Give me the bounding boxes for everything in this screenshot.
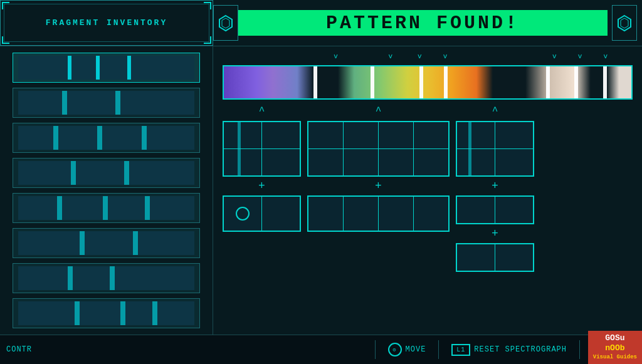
spectrum-corner-tr [626, 65, 633, 71]
bottom-bar: CONTR ⊙ MOVE L1 RESET SPECTROGRAPH ⊗ PLA… [0, 335, 642, 364]
frag-stripe [80, 231, 85, 255]
puzzle-grid-3-top[interactable] [456, 121, 534, 177]
puzzle-cell[interactable] [379, 197, 413, 231]
puzzle-grid-3-bottom[interactable] [456, 243, 534, 272]
fragment-inventory-header: FRAGMENT INVENTORY [0, 0, 213, 46]
plus-between-4: + [456, 228, 534, 239]
puzzle-cell[interactable] [457, 149, 495, 175]
frag-stripe [127, 56, 131, 80]
v-marker-7: v [603, 53, 608, 60]
fragment-item[interactable] [13, 88, 200, 118]
spectrum-gradient [224, 66, 631, 98]
v-marker-4: v [443, 53, 448, 60]
puzzle-cell[interactable] [344, 122, 378, 148]
puzzle-cell[interactable] [495, 149, 533, 175]
cell-circle [236, 207, 250, 221]
puzzle-cell[interactable] [457, 244, 495, 271]
puzzle-grid-1-bottom[interactable] [223, 195, 301, 232]
puzzle-cell[interactable] [379, 149, 413, 175]
spectrograph-container: v v v v v v v [223, 53, 633, 100]
puzzle-cell[interactable] [224, 149, 261, 175]
segment-1-label: ^ [223, 106, 301, 117]
frag-stripe [120, 301, 125, 325]
puzzle-cell[interactable] [224, 122, 261, 148]
puzzle-cell[interactable] [495, 122, 533, 148]
pattern-found-title: PATTERN FOUND! [326, 13, 519, 34]
reset-hint: L1 RESET SPECTROGRAPH [451, 344, 567, 356]
plus-between-3: + [456, 180, 534, 192]
fragment-item[interactable] [13, 228, 200, 258]
frag-stripe [53, 126, 58, 150]
puzzle-cell[interactable] [457, 122, 495, 148]
puzzle-cell[interactable] [308, 122, 343, 148]
fragment-item[interactable] [13, 263, 200, 293]
puzzle-cell[interactable] [262, 197, 300, 231]
hex-right-container [612, 5, 637, 41]
fragment-bar-5 [18, 196, 194, 220]
hex-right-icon [616, 14, 633, 32]
spectrum-corner-bl [223, 93, 229, 100]
spectrum-line-7 [603, 66, 607, 98]
cell-stripe [468, 122, 471, 148]
move-button-icon[interactable]: ⊙ [388, 343, 402, 356]
v-marker-2: v [389, 53, 393, 60]
fragment-item[interactable] [13, 158, 200, 188]
puzzle-cell[interactable] [379, 122, 413, 148]
puzzle-cell[interactable] [262, 122, 300, 148]
frag-stripe [75, 301, 80, 325]
spectrum-line-1 [313, 66, 317, 98]
fragment-item[interactable] [13, 193, 200, 223]
frag-stripe [145, 196, 150, 220]
cell-stripe [468, 149, 471, 175]
fragment-bar-6 [18, 231, 194, 255]
puzzle-cell[interactable] [308, 149, 343, 175]
puzzle-segment-2: ^ + [307, 106, 450, 232]
fragment-bar-3 [18, 126, 194, 150]
puzzle-cell[interactable] [344, 149, 378, 175]
fragment-item[interactable] [13, 53, 200, 83]
move-hint: ⊙ MOVE [388, 343, 426, 356]
right-panel: v v v v v v v [213, 46, 642, 335]
fragment-inventory-title: FRAGMENT INVENTORY [46, 18, 167, 28]
hex-left-icon [217, 14, 234, 32]
reset-btn-symbol: L1 [456, 346, 465, 353]
puzzle-cell[interactable] [414, 149, 448, 175]
fragment-bar-4 [18, 161, 194, 185]
frag-stripe [68, 56, 71, 80]
spectrum-bar: ▶ [223, 65, 633, 100]
puzzle-cell[interactable] [414, 197, 448, 231]
puzzle-cell[interactable] [457, 197, 495, 223]
puzzle-cell[interactable] [495, 244, 533, 271]
divider-2 [438, 340, 439, 359]
puzzle-cell[interactable] [344, 197, 378, 231]
puzzle-grid-3-mid[interactable] [456, 195, 534, 224]
pattern-found-header: PATTERN FOUND! [238, 10, 608, 36]
puzzle-cell[interactable] [262, 149, 300, 175]
reset-button-icon[interactable]: L1 [451, 344, 470, 356]
move-icon-symbol: ⊙ [392, 346, 396, 353]
puzzle-grid-2-top[interactable] [307, 121, 450, 177]
puzzle-cell-circle[interactable] [224, 197, 261, 231]
watermark-line3: Visual Guides [593, 354, 637, 361]
watermark-line1: GOSu [593, 333, 637, 344]
puzzle-cell[interactable] [308, 197, 343, 231]
spectrum-line-6 [574, 66, 578, 98]
divider-3 [579, 340, 580, 359]
puzzle-grid-2-bottom[interactable] [307, 195, 450, 232]
puzzle-grid-1-top[interactable] [223, 121, 301, 177]
svg-marker-3 [621, 18, 628, 28]
frag-stripe [68, 266, 73, 290]
segment-2-label: ^ [307, 106, 450, 117]
left-panel [0, 46, 213, 335]
watermark: GOSu nOOb Visual Guides [588, 331, 642, 364]
header-row: FRAGMENT INVENTORY PATTERN FOUND! [0, 0, 642, 46]
puzzle-cell[interactable] [495, 197, 533, 223]
controls-label: CONTR [6, 345, 32, 354]
plus-between-2: + [307, 180, 450, 192]
fragment-item[interactable] [13, 123, 200, 153]
puzzle-cell[interactable] [414, 122, 448, 148]
cell-stripe [238, 122, 241, 148]
watermark-line2: nOOb [593, 343, 637, 354]
fragment-item[interactable] [13, 298, 200, 328]
spectrum-corner-br [626, 93, 633, 100]
